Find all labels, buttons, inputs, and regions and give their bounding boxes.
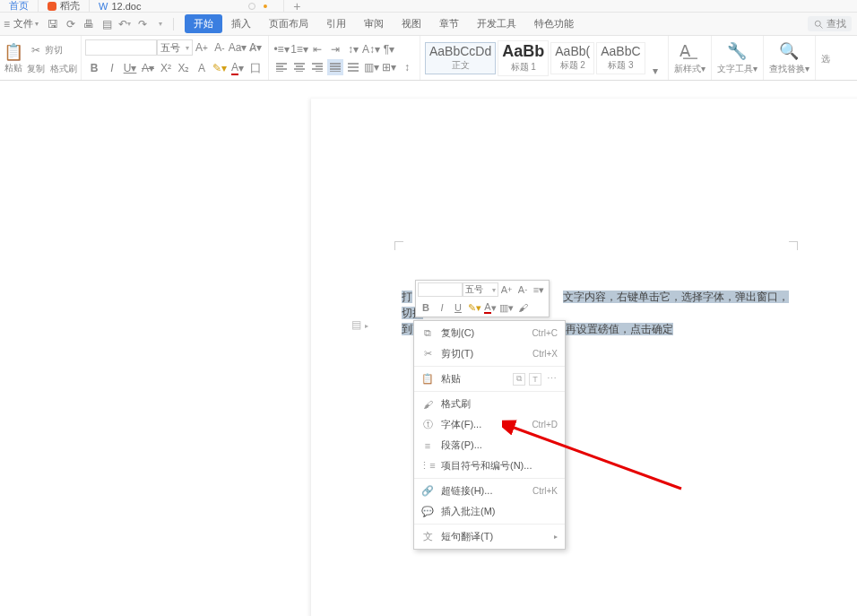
clear-format-icon[interactable]: A̷▾ xyxy=(247,39,264,56)
paste-text-only-icon[interactable]: T xyxy=(529,373,541,386)
text-tools-button[interactable]: 🔧 文字工具▾ xyxy=(712,36,764,80)
mini-font-color-button[interactable]: A▾ xyxy=(483,300,498,315)
bold-button[interactable]: B xyxy=(86,60,102,76)
menu-tab-special[interactable]: 特色功能 xyxy=(525,14,583,33)
numbering-button[interactable]: 1≡▾ xyxy=(291,41,307,57)
font-shrink-icon[interactable]: A- xyxy=(212,39,228,56)
align-right-button[interactable] xyxy=(309,59,325,75)
mini-toolbar: 五号▾ A+ A- ≡▾ B I U ✎▾ A▾ ▥▾ 🖌 xyxy=(415,280,550,317)
menu-tab-insert[interactable]: 插入 xyxy=(222,14,260,33)
mini-shading-button[interactable]: ▥▾ xyxy=(499,300,514,315)
menu-item-comment[interactable]: 💬 插入批注(M) xyxy=(414,501,565,522)
mini-format-paint-button[interactable]: 🖌 xyxy=(515,300,530,315)
cut-icon[interactable]: ✂ xyxy=(28,42,44,58)
find-replace-icon: 🔍 xyxy=(779,41,799,61)
font-grow-icon[interactable]: A+ xyxy=(194,39,210,56)
cut-label: 剪切 xyxy=(45,44,63,56)
menu-tab-view[interactable]: 视图 xyxy=(393,14,430,33)
refresh-icon[interactable]: ⟳ xyxy=(64,17,78,31)
mini-font-shrink-icon[interactable]: A- xyxy=(515,282,530,297)
menu-tab-start[interactable]: 开始 xyxy=(185,14,222,33)
style-heading1[interactable]: AaBb 标题 1 xyxy=(498,40,549,76)
show-marks-button[interactable]: ¶▾ xyxy=(381,41,397,57)
styles-more-icon[interactable]: ▾ xyxy=(647,63,663,79)
outdent-button[interactable]: ⇤ xyxy=(309,41,325,57)
borders-button[interactable]: ⊞▾ xyxy=(381,59,397,75)
menu-item-font[interactable]: ⓣ 字体(F)... Ctrl+D xyxy=(414,414,565,435)
paste-more-icon[interactable]: ⋯ xyxy=(547,373,558,385)
tab-doc[interactable]: W 12.doc • xyxy=(90,0,284,13)
hamburger-icon[interactable]: ≡ xyxy=(4,18,10,30)
paste-keep-format-icon[interactable]: ⧉ xyxy=(513,373,525,386)
paste-label: 粘贴 xyxy=(4,62,22,74)
font-size-input[interactable]: 五号▾ xyxy=(157,39,193,56)
underline-button[interactable]: U▾ xyxy=(122,60,138,76)
menu-item-translate[interactable]: 文 短句翻译(T) ▸ xyxy=(414,526,565,547)
style-heading3[interactable]: AaBbC 标题 3 xyxy=(596,42,645,74)
shading-button[interactable]: ▥▾ xyxy=(363,59,379,75)
word-doc-icon: W xyxy=(99,1,108,12)
ribbon-font: 五号▾ A+ A- Aa▾ A̷▾ B I U▾ A▾ X² X₂ A ✎▾ A… xyxy=(82,36,269,80)
menu-item-paragraph[interactable]: ≡ 段落(P)... xyxy=(414,435,565,455)
subscript-button[interactable]: X₂ xyxy=(176,60,192,76)
print-icon[interactable]: 🖶 xyxy=(82,17,96,31)
menu-item-copy[interactable]: ⧉ 复制(C) Ctrl+C xyxy=(414,323,565,343)
menu-item-paste[interactable]: 📋 粘贴 ⧉ T ⋯ xyxy=(414,369,565,389)
format-paint-label[interactable]: 格式刷 xyxy=(50,63,77,75)
strike-button[interactable]: A▾ xyxy=(140,60,156,76)
paste-icon[interactable]: 📋 xyxy=(4,42,23,62)
search-box[interactable]: 查找 xyxy=(808,16,852,31)
text-direction-button[interactable]: ↕ xyxy=(399,59,415,75)
menu-tab-dev[interactable]: 开发工具 xyxy=(468,14,525,33)
mini-italic-button[interactable]: I xyxy=(435,300,449,315)
mini-underline-button[interactable]: U xyxy=(451,300,465,315)
font-name-input[interactable] xyxy=(85,39,157,56)
highlight-color-button[interactable]: ✎▾ xyxy=(212,60,228,76)
menu-item-format-paint[interactable]: 🖌 格式刷 xyxy=(414,394,565,414)
menu-tab-references[interactable]: 引用 xyxy=(317,14,355,33)
redo-icon[interactable]: ↷ xyxy=(135,17,150,31)
change-case-icon[interactable]: Aa▾ xyxy=(229,39,246,56)
page xyxy=(311,99,857,616)
mini-font-name-input[interactable] xyxy=(418,282,463,297)
print-preview-icon[interactable]: ▤ xyxy=(100,17,114,31)
find-replace-button[interactable]: 🔍 查找替换▾ xyxy=(764,36,816,80)
char-border-button[interactable]: A xyxy=(194,60,210,76)
new-style-button[interactable]: A͟ 新样式▾ xyxy=(669,36,712,80)
menu-item-cut[interactable]: ✂ 剪切(T) Ctrl+X xyxy=(414,343,565,364)
menu-tab-review[interactable]: 审阅 xyxy=(355,14,393,33)
menu-tab-chapter[interactable]: 章节 xyxy=(430,14,468,33)
tab-dao[interactable]: 稻壳 xyxy=(39,0,90,13)
undo-icon[interactable]: ↶▾ xyxy=(117,17,132,31)
style-heading2[interactable]: AaBb( 标题 2 xyxy=(550,42,594,74)
menu-item-hyperlink[interactable]: 🔗 超链接(H)... Ctrl+K xyxy=(414,481,565,501)
mini-font-size-input[interactable]: 五号▾ xyxy=(463,282,498,297)
tab-add-button[interactable]: + xyxy=(293,0,300,13)
mini-highlight-button[interactable]: ✎▾ xyxy=(467,300,481,315)
menu-item-bullets[interactable]: ⋮≡ 项目符号和编号(N)... xyxy=(414,455,565,476)
char-shading-button[interactable]: 囗 xyxy=(247,60,264,76)
indent-button[interactable]: ⇥ xyxy=(327,41,343,57)
tab-home[interactable]: 首页 xyxy=(0,0,39,13)
align-left-button[interactable] xyxy=(273,59,290,75)
sort-button[interactable]: A↕▾ xyxy=(363,41,379,57)
line-spacing-button[interactable]: ↕▾ xyxy=(345,41,361,57)
section-indicator[interactable]: ▤▸ xyxy=(351,318,368,331)
align-center-button[interactable] xyxy=(291,59,307,75)
style-body[interactable]: AaBbCcDd 正文 xyxy=(425,42,496,74)
mini-line-spacing-icon[interactable]: ≡▾ xyxy=(532,282,546,297)
copy-label[interactable]: 复制 xyxy=(27,63,45,75)
align-distribute-button[interactable] xyxy=(345,59,361,75)
bullets-button[interactable]: •≡▾ xyxy=(273,41,290,57)
align-justify-button[interactable] xyxy=(327,59,343,75)
superscript-button[interactable]: X² xyxy=(158,60,174,76)
italic-button[interactable]: I xyxy=(104,60,120,76)
save-icon[interactable]: 🖫 xyxy=(46,17,60,31)
menu-tab-page-layout[interactable]: 页面布局 xyxy=(260,14,317,33)
select-button[interactable]: 选 xyxy=(816,36,835,80)
file-menu[interactable]: 文件 ▾ xyxy=(13,17,39,30)
quick-dropdown-icon[interactable]: ▾ xyxy=(153,17,168,31)
font-color-button[interactable]: A▾ xyxy=(229,60,246,76)
mini-font-grow-icon[interactable]: A+ xyxy=(499,282,514,297)
mini-bold-button[interactable]: B xyxy=(419,300,433,315)
